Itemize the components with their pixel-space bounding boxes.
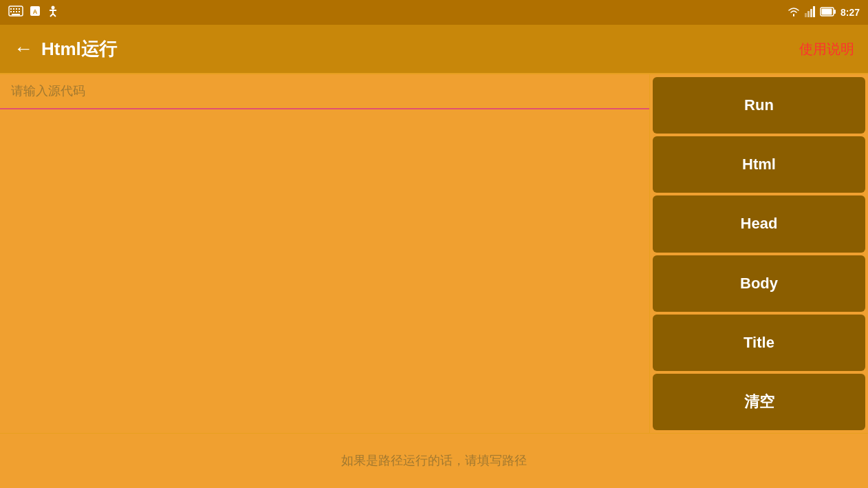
svg-rect-8: [19, 11, 20, 12]
status-bar-left: A: [8, 5, 59, 20]
back-button[interactable]: ←: [14, 38, 33, 60]
code-editor-body[interactable]: [0, 109, 649, 433]
editor-area: [0, 74, 649, 433]
svg-rect-3: [16, 8, 17, 10]
svg-rect-4: [19, 8, 20, 10]
svg-rect-9: [12, 14, 20, 15]
battery-icon: [820, 7, 836, 19]
svg-rect-18: [807, 11, 810, 17]
svg-rect-7: [16, 11, 17, 12]
accessibility-icon: [47, 5, 59, 20]
svg-rect-5: [10, 11, 12, 12]
svg-rect-23: [821, 8, 832, 14]
clear-button[interactable]: 清空: [653, 374, 865, 430]
main-content: Run Html Head Body Title 清空: [0, 74, 868, 433]
page-title: Html运行: [41, 37, 117, 61]
status-bar-right: 8:27: [787, 6, 860, 19]
html-button[interactable]: Html: [653, 136, 865, 193]
toolbar: ← Html运行 使用说明: [0, 25, 868, 74]
wifi-icon: [787, 6, 801, 19]
time-display: 8:27: [840, 7, 860, 18]
svg-line-16: [53, 14, 56, 17]
svg-rect-20: [813, 6, 815, 17]
status-bar: A: [0, 0, 868, 25]
svg-text:A: A: [33, 8, 38, 15]
svg-rect-1: [10, 8, 12, 10]
keyboard-icon: [8, 6, 23, 19]
svg-rect-19: [810, 9, 812, 17]
help-link[interactable]: 使用说明: [799, 40, 854, 59]
svg-rect-2: [13, 8, 14, 10]
input-method-icon: A: [29, 5, 41, 20]
svg-rect-22: [834, 10, 836, 14]
svg-rect-17: [805, 13, 807, 17]
body-button[interactable]: Body: [653, 255, 865, 312]
signal-icon: [805, 6, 816, 19]
toolbar-left: ← Html运行: [14, 37, 117, 61]
svg-rect-6: [13, 11, 14, 12]
source-code-input[interactable]: [0, 74, 649, 109]
run-button[interactable]: Run: [653, 77, 865, 134]
footer: [0, 433, 868, 488]
head-button[interactable]: Head: [653, 195, 865, 252]
svg-point-12: [52, 6, 55, 10]
button-panel: Run Html Head Body Title 清空: [649, 74, 868, 433]
title-button[interactable]: Title: [653, 315, 865, 371]
path-input[interactable]: [87, 454, 781, 468]
